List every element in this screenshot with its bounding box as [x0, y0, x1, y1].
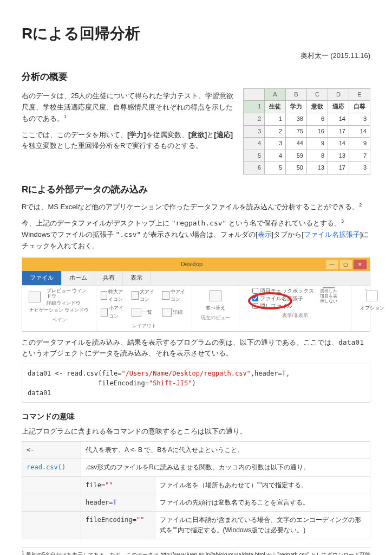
footnote-ref-2: 2 — [359, 202, 362, 208]
tab-file[interactable]: ファイル — [22, 271, 62, 285]
sort-button[interactable] — [206, 288, 225, 304]
table-row: 21386143 — [244, 113, 370, 125]
preview-pane-button[interactable]: プレビュー ウィンドウ — [47, 288, 92, 300]
tab-view[interactable]: 表示 — [123, 271, 151, 285]
layout-m-icon[interactable]: 中アイコン — [162, 288, 187, 304]
page-title: Rによる回帰分析 — [22, 22, 370, 46]
section-read-data: Rによる外部データの読み込み — [22, 182, 370, 197]
maximize-icon[interactable]: ▢ — [339, 260, 352, 269]
footnote-1: 1 最初の5名分だけを表示してある。なお、このデータは http://www.j… — [22, 550, 370, 555]
author-date: 奥村太一 (2015.11.16) — [22, 50, 370, 62]
table-row: 43449149 — [244, 138, 370, 150]
table-row: <- 代入を表す。A <- B で、BをAに代入せよということ。 — [22, 442, 370, 459]
explorer-title: Desktop — [181, 260, 202, 269]
excel-header-row: 1 生徒 学力 意欲 適応 自尊 — [244, 101, 370, 113]
table-row: file="" ファイル名を（場所もあわせて）""内で指定する。 — [22, 476, 370, 494]
read-p3: このデータファイルを読み込み、結果を表示するプログラムの例は、以下の通りである。… — [22, 337, 370, 360]
hide-selected-button[interactable]: 選択した項目を表示しない — [319, 288, 338, 304]
overview-text1: 右のデータは、25人の生徒について得られた学力テスト、学習意欲尺度、学校生活適応… — [22, 92, 233, 123]
group-current: 現在のビュー — [201, 314, 230, 321]
layout-l-icon[interactable]: 大アイコン — [132, 288, 157, 304]
excel-col-header: A B C D E — [244, 88, 370, 101]
footnote-ref-1: 1 — [64, 114, 67, 119]
check-hidden[interactable]: 隠しファイル — [252, 303, 314, 309]
explorer-window: Desktop — ▢ ✕ ファイル ホーム 共有 表示 ˇ プレビュー ウィン… — [22, 257, 370, 332]
chevron-up-icon[interactable]: ˇ — [365, 288, 367, 296]
footnote-ref-3: 3 — [341, 218, 344, 224]
table-row: 3275161714 — [244, 125, 370, 138]
group-show: 表示/非表示 — [282, 312, 308, 319]
overview-p1: 右のデータは、25人の生徒について得られた学力テスト、学習意欲尺度、学校生活適応… — [22, 91, 238, 125]
section-overview: 分析の概要 — [22, 69, 370, 84]
detail-pane-button[interactable]: 詳細ウィンドウ — [47, 300, 92, 306]
minimize-icon[interactable]: — — [325, 260, 338, 269]
layout-xl-icon[interactable]: 特大アイコン — [101, 288, 126, 304]
group-pane: ペイン — [52, 316, 67, 324]
layout-detail-icon[interactable]: 詳細 — [162, 304, 187, 320]
nav-pane-button[interactable] — [27, 289, 43, 305]
link-read-csv[interactable]: read.csv() — [22, 459, 81, 476]
group-layout: レイアウト — [132, 322, 156, 330]
link-file-extension[interactable]: ファイル名拡張子 — [304, 230, 360, 238]
link-view-tab[interactable]: 表示 — [258, 230, 272, 238]
read-p1: Rでは、MS Excelなど他のアプリケーションで作ったデータファイルを読み込ん… — [22, 201, 370, 213]
layout-s-icon[interactable]: 小アイコン — [101, 304, 126, 320]
code-block: data01 <- read.csv(file="/Users/Name/Des… — [22, 364, 370, 403]
check-itemcheck[interactable]: 項目チェックボックス — [252, 288, 314, 294]
table-row: fileEncoding="" ファイルに日本語が含まれている場合、文字のエンコ… — [22, 512, 370, 539]
table-row: 655013173 — [244, 162, 370, 175]
cmd-intro: 上記プログラムに含まれる各コマンドの意味するところは以下の通り。 — [22, 426, 370, 437]
tab-home[interactable]: ホーム — [62, 271, 95, 285]
table-row: header=T ファイルの先頭行は変数名であることを宣言する。 — [22, 494, 370, 511]
table-row: read.csv() .csv形式のファイルをRに読み込ませる関数。カッコ内の引… — [22, 459, 370, 476]
overview-p2: ここでは、このデータを用いて、[学力]を従属変数、[意欲]と[適応]を独立変数と… — [22, 130, 238, 152]
check-file-extension[interactable]: ファイル名拡張子 — [252, 295, 314, 302]
command-table: <- 代入を表す。A <- B で、BをAに代入せよということ。 read.cs… — [22, 441, 370, 539]
explorer-tabs: ファイル ホーム 共有 表示 — [22, 271, 370, 285]
layout-list-icon[interactable]: 一覧 — [132, 304, 157, 320]
read-p2: 今、上記のデータファイルがデスクトップ上に "regpath.csv" という名… — [22, 217, 370, 252]
footnote-separator — [22, 547, 370, 547]
tab-share[interactable]: 共有 — [95, 271, 123, 285]
close-icon[interactable]: ✕ — [354, 260, 367, 269]
section-command-meaning: コマンドの意味 — [22, 410, 370, 422]
table-row: 54598137 — [244, 150, 370, 162]
excel-data-table: A B C D E 1 生徒 学力 意欲 適応 自尊 21386143 3275… — [243, 88, 370, 175]
